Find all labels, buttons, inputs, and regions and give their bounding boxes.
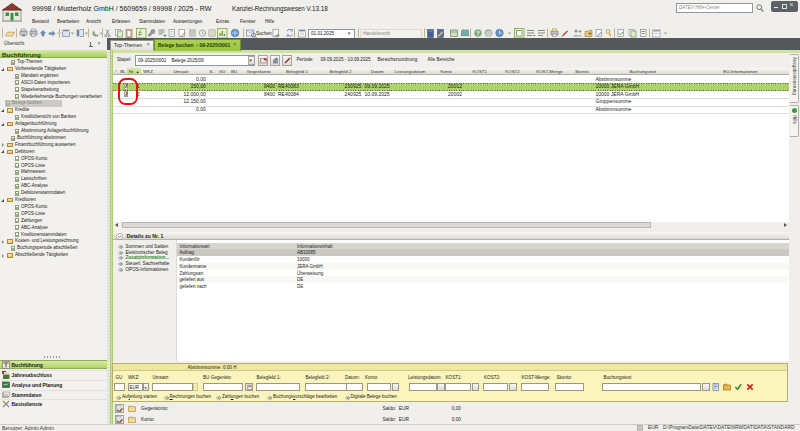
svg-text:@: @ bbox=[486, 30, 492, 36]
